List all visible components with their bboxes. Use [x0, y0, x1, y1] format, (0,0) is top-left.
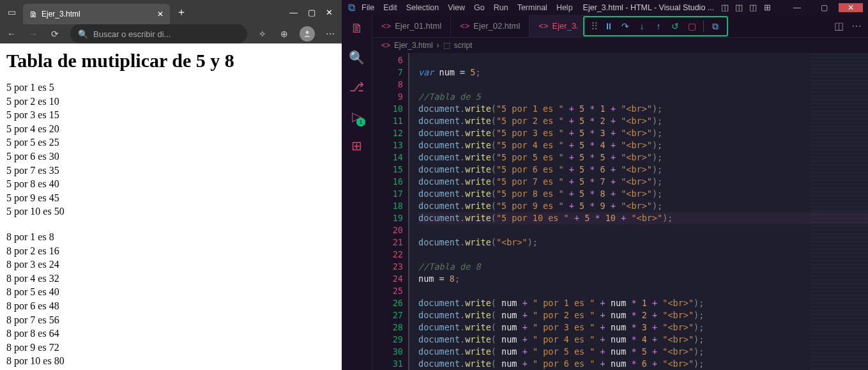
- editor-tab[interactable]: <>Ejer_3.: [529, 15, 588, 37]
- minimize-button[interactable]: ―: [289, 8, 298, 17]
- refresh-button[interactable]: ⟳: [49, 29, 61, 39]
- menu-item[interactable]: Terminal: [517, 3, 547, 12]
- step-out-icon[interactable]: ↑: [653, 21, 664, 31]
- run-debug-icon[interactable]: ▷ 1: [352, 109, 362, 124]
- breadcrumbs[interactable]: <> Ejer_3.html › ⬚ script: [372, 38, 868, 53]
- line-number-gutter: 6789101112131415161718192021222324252627…: [372, 53, 408, 370]
- code-line[interactable]: [418, 54, 868, 66]
- vscode-window: ⧉ FileEditSelectionViewGoRunTerminalHelp…: [342, 0, 868, 370]
- layout-icon[interactable]: ◫: [733, 3, 745, 12]
- menu-item[interactable]: Edit: [383, 3, 397, 12]
- multiplication-table-8: 8 por 1 es 88 por 2 es 168 por 3 es 248 …: [6, 230, 335, 368]
- code-line[interactable]: //Tabla de 8: [418, 261, 868, 273]
- code-line[interactable]: document.write("5 por 3 es " + 5 * 3 + "…: [418, 127, 868, 139]
- line-number: 31: [372, 358, 403, 370]
- code-line[interactable]: [418, 249, 868, 261]
- code-line[interactable]: document.write("5 por 8 es " + 5 * 8 + "…: [418, 188, 868, 200]
- table-row: 8 por 4 es 32: [6, 272, 335, 286]
- maximize-button[interactable]: ▢: [308, 8, 316, 17]
- html-file-icon: <>: [460, 21, 469, 31]
- breadcrumb-file[interactable]: Ejer_3.html: [394, 41, 433, 50]
- code-line[interactable]: //Tabla de 5: [418, 91, 868, 103]
- back-button[interactable]: ←: [5, 29, 18, 39]
- code-line[interactable]: num = 8;: [418, 273, 868, 285]
- table-row: 8 por 5 es 40: [6, 285, 335, 299]
- code-line[interactable]: [418, 79, 868, 91]
- code-line[interactable]: document.write( num + " por 2 es " + num…: [418, 309, 868, 321]
- editor-tab[interactable]: <>Ejer_02.html: [451, 15, 529, 37]
- source-control-icon[interactable]: ⎇: [349, 79, 364, 95]
- profile-avatar[interactable]: [300, 26, 315, 42]
- table-row: 5 por 6 es 30: [6, 150, 335, 164]
- code-line[interactable]: [418, 224, 868, 236]
- split-editor-icon[interactable]: ◫: [834, 20, 844, 32]
- code-line[interactable]: document.write( num + " por 5 es " + num…: [418, 346, 868, 358]
- code-line[interactable]: document.write("<br>");: [418, 236, 868, 249]
- code-line[interactable]: document.write( num + " por 1 es " + num…: [418, 297, 868, 309]
- layout-icon[interactable]: ◫: [719, 3, 731, 12]
- table-row: 8 por 3 es 24: [6, 258, 335, 272]
- table-row: 5 por 3 es 15: [6, 108, 335, 122]
- menu-item[interactable]: View: [448, 3, 465, 12]
- menu-item[interactable]: Help: [556, 3, 573, 12]
- html-file-icon: <>: [381, 21, 391, 31]
- code-line[interactable]: document.write("5 por 1 es " + 5 * 1 + "…: [418, 103, 868, 115]
- close-button[interactable]: ✕: [839, 3, 863, 12]
- code-line[interactable]: document.write( num + " por 6 es " + num…: [418, 358, 868, 370]
- pause-icon[interactable]: ⏸: [604, 21, 614, 31]
- browser-tabstrip: ▭ 🗎 Ejer_3.html ✕ ＋ ― ▢ ✕: [0, 0, 342, 24]
- code-content[interactable]: var num = 5; //Tabla de 5document.write(…: [408, 53, 868, 370]
- code-line[interactable]: document.write("5 por 2 es " + 5 * 2 + "…: [418, 115, 868, 127]
- code-line[interactable]: document.write( num + " por 3 es " + num…: [418, 321, 868, 334]
- edge-browser-window: ▭ 🗎 Ejer_3.html ✕ ＋ ― ▢ ✕ ← → ⟳ 🔍 Buscar…: [0, 0, 342, 370]
- open-browser-icon[interactable]: ⧉: [710, 21, 720, 32]
- line-number: 16: [372, 176, 403, 188]
- address-bar[interactable]: 🔍 Buscar o escribir di...: [70, 24, 247, 43]
- code-line[interactable]: document.write( num + " por 4 es " + num…: [418, 334, 868, 346]
- layout-icon[interactable]: ⊞: [761, 3, 773, 12]
- maximize-button[interactable]: ▢: [812, 3, 836, 12]
- explorer-icon[interactable]: 🗎: [351, 21, 363, 36]
- code-line[interactable]: document.write("5 por 9 es " + 5 * 9 + "…: [418, 200, 868, 212]
- code-editor[interactable]: 6789101112131415161718192021222324252627…: [372, 53, 868, 370]
- code-line[interactable]: document.write("5 por 4 es " + 5 * 4 + "…: [418, 139, 868, 151]
- table-row: 5 por 8 es 40: [6, 177, 335, 191]
- code-line[interactable]: document.write("5 por 10 es " + 5 * 10 +…: [418, 212, 868, 224]
- collections-button[interactable]: ⊕: [278, 29, 291, 39]
- browser-viewport: Tabla de mutiplicar de 5 y 8 5 por 1 es …: [0, 43, 342, 370]
- code-line[interactable]: document.write("5 por 7 es " + 5 * 7 + "…: [418, 176, 868, 188]
- code-line[interactable]: var num = 5;: [418, 66, 868, 79]
- tab-actions-icon[interactable]: ▭: [5, 6, 18, 19]
- more-actions-icon[interactable]: ⋯: [851, 20, 862, 32]
- close-button[interactable]: ✕: [326, 8, 333, 17]
- minimap[interactable]: [811, 53, 868, 370]
- minimize-button[interactable]: ―: [785, 3, 809, 12]
- breadcrumb-symbol[interactable]: script: [454, 41, 473, 50]
- editor-tab[interactable]: <>Ejer_01.html: [372, 15, 451, 37]
- browser-tab[interactable]: 🗎 Ejer_3.html ✕: [23, 4, 170, 24]
- close-icon[interactable]: ✕: [157, 10, 164, 19]
- line-number: 8: [372, 79, 403, 91]
- code-line[interactable]: [418, 285, 868, 297]
- layout-icon[interactable]: ◫: [747, 3, 759, 12]
- code-line[interactable]: document.write("5 por 6 es " + 5 * 6 + "…: [418, 164, 868, 176]
- code-line[interactable]: document.write("5 por 5 es " + 5 * 5 + "…: [418, 151, 868, 164]
- favorites-button[interactable]: ✧: [256, 29, 269, 39]
- new-tab-button[interactable]: ＋: [176, 6, 187, 19]
- menu-item[interactable]: Go: [474, 3, 485, 12]
- menu-item[interactable]: File: [362, 3, 374, 12]
- stop-icon[interactable]: ▢: [687, 21, 697, 31]
- table-row: 8 por 7 es 56: [6, 313, 335, 327]
- debug-toolbar[interactable]: ⠿ ⏸ ↷ ↓ ↑ ↺ ▢ ⧉: [583, 16, 728, 36]
- table-row: 8 por 1 es 8: [6, 230, 335, 244]
- layout-controls[interactable]: ◫ ◫ ◫ ⊞: [719, 3, 773, 12]
- restart-icon[interactable]: ↺: [670, 21, 680, 31]
- menu-item[interactable]: Selection: [406, 3, 439, 12]
- step-into-icon[interactable]: ↓: [637, 21, 647, 31]
- drag-handle-icon[interactable]: ⠿: [591, 20, 597, 33]
- step-over-icon[interactable]: ↷: [620, 21, 630, 31]
- search-icon[interactable]: 🔍: [349, 50, 365, 65]
- menu-item[interactable]: Run: [494, 3, 508, 12]
- extensions-icon[interactable]: ⊞: [351, 138, 362, 153]
- more-button[interactable]: ⋯: [324, 29, 337, 39]
